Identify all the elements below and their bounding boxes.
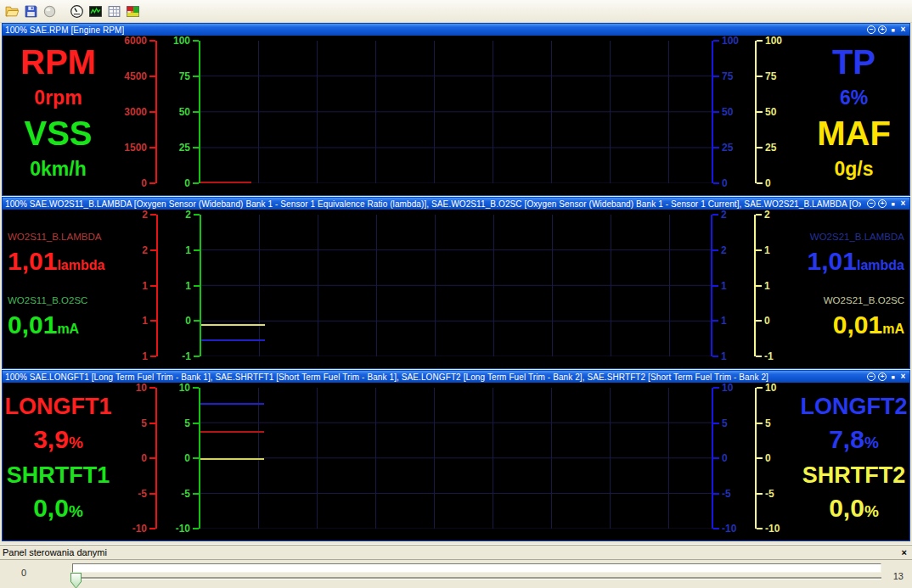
parameter-value: 1,01lambda xyxy=(8,247,104,276)
tick-mark xyxy=(149,493,155,495)
parameter-name: SHRTFT2 xyxy=(802,462,906,489)
tick-label: 1 xyxy=(142,280,148,292)
slider-thumb[interactable] xyxy=(70,573,82,588)
close-button[interactable]: × xyxy=(899,199,907,208)
tick-mark xyxy=(713,147,719,148)
value-unit: lambda xyxy=(57,258,104,272)
parameter-readout: WO2S11_B.O2SC0,01mA xyxy=(5,295,87,339)
parameter-value: 6% xyxy=(840,87,868,109)
value-unit: mA xyxy=(57,322,79,336)
save-file-icon[interactable] xyxy=(21,2,40,20)
signal-trace xyxy=(201,324,265,326)
value-number: 6 xyxy=(840,87,851,109)
data-progress-track[interactable] xyxy=(72,563,881,573)
tick-label: 2 xyxy=(142,244,148,256)
slider-groove[interactable] xyxy=(72,577,881,580)
connect-icon[interactable] xyxy=(40,2,59,20)
tick-label: 0 xyxy=(765,452,771,464)
chart-area: LONGFT13,9%SHRTFT10,0%1050-5-101050-5-10… xyxy=(3,383,909,540)
grid-view-icon[interactable] xyxy=(104,2,123,20)
zoom-out-button[interactable]: − xyxy=(867,372,875,381)
tick-label: 50 xyxy=(765,106,776,118)
tick-mark xyxy=(756,214,762,216)
close-button[interactable]: × xyxy=(899,372,907,381)
tick-mark xyxy=(150,214,156,216)
chart-window-1: 100% SAE.RPM [Engine RPM]−+■×RPM0rpmVSS0… xyxy=(2,23,910,196)
value-unit: % xyxy=(864,434,879,451)
parameter-name: RPM xyxy=(20,43,96,81)
tick-mark xyxy=(149,457,155,459)
value-axis: 1050-5-10 xyxy=(712,388,755,529)
value-axis: 1050-5-10 xyxy=(755,388,798,529)
graph-view-icon[interactable] xyxy=(86,2,104,20)
tick-mark xyxy=(149,387,155,389)
readout-column-left: RPM0rpmVSS0km/h xyxy=(3,36,114,195)
tick-mark xyxy=(713,457,719,459)
window-titlebar[interactable]: 100% SAE.WO2S11_B.LAMBDA [Oxygen Sensor … xyxy=(3,198,909,210)
plot-area[interactable] xyxy=(200,388,712,529)
gauge-view-icon[interactable] xyxy=(67,2,86,20)
plot-area[interactable] xyxy=(200,41,712,183)
parameter-value: 0rpm xyxy=(34,87,82,109)
parameter-value: 0km/h xyxy=(30,158,86,181)
parameter-name: WO2S11_B.O2SC xyxy=(8,295,87,305)
tick-label: 25 xyxy=(179,142,190,154)
readout-column-right: LONGFT27,8%SHRTFT20,0% xyxy=(798,383,909,540)
tick-mark xyxy=(194,285,200,287)
maximize-button[interactable]: ■ xyxy=(889,200,897,208)
dock-close-icon[interactable]: × xyxy=(902,547,907,557)
tick-label: -5 xyxy=(138,488,147,500)
map-view-icon[interactable] xyxy=(123,2,142,20)
tick-label: 1 xyxy=(721,315,727,327)
maximize-button[interactable]: ■ xyxy=(889,26,897,34)
tick-mark xyxy=(193,76,199,77)
value-unit: g/s xyxy=(845,158,873,180)
tick-mark xyxy=(756,356,762,357)
tick-mark xyxy=(193,147,199,148)
tick-label: 1 xyxy=(185,280,191,292)
tick-mark xyxy=(150,320,156,322)
tick-mark xyxy=(757,387,763,389)
parameter-readout: SHRTFT20,0% xyxy=(802,462,906,523)
close-button[interactable]: × xyxy=(899,25,907,34)
tick-mark xyxy=(757,111,763,113)
tick-mark xyxy=(149,76,155,77)
value-axis: 22111 xyxy=(711,215,754,356)
tick-label: 5 xyxy=(141,417,147,429)
data-position-slider-row: 0 13 xyxy=(0,560,912,588)
tick-label: 75 xyxy=(179,70,190,82)
zoom-in-button[interactable]: + xyxy=(878,372,887,381)
tick-label: 10 xyxy=(722,382,733,394)
window-controls: −+■× xyxy=(864,25,907,34)
zoom-out-button[interactable]: − xyxy=(867,199,875,208)
parameter-value: 0,0% xyxy=(33,494,83,523)
open-file-icon[interactable] xyxy=(3,2,21,20)
tick-mark xyxy=(757,528,763,529)
value-unit: % xyxy=(851,87,868,109)
tick-mark xyxy=(713,528,719,529)
signal-trace xyxy=(200,431,264,433)
maximize-button[interactable]: ■ xyxy=(889,373,897,381)
parameter-value: 0g/s xyxy=(834,158,873,181)
zoom-out-button[interactable]: − xyxy=(867,25,875,34)
tick-mark xyxy=(149,423,155,424)
tick-label: -10 xyxy=(722,523,736,535)
value-number: 7,8 xyxy=(829,425,864,453)
plot-area[interactable] xyxy=(201,215,711,356)
tick-label: 75 xyxy=(722,70,733,82)
value-axis: 60004500300015000 xyxy=(114,41,157,183)
tick-label: -1 xyxy=(182,350,191,362)
zoom-in-button[interactable]: + xyxy=(878,199,887,208)
tick-label: 1 xyxy=(721,280,727,292)
tick-label: -5 xyxy=(181,488,190,500)
parameter-name: WO2S21_B.O2SC xyxy=(824,295,904,305)
tick-mark xyxy=(193,493,199,495)
window-titlebar[interactable]: 100% SAE.RPM [Engine RPM]−+■× xyxy=(3,24,909,36)
tick-label: 25 xyxy=(722,142,733,154)
value-axis: 1007550250 xyxy=(712,41,755,183)
tick-mark xyxy=(149,528,155,529)
tick-label: -10 xyxy=(132,523,147,535)
zoom-in-button[interactable]: + xyxy=(878,25,887,34)
window-titlebar[interactable]: 100% SAE.LONGFT1 [Long Term Fuel Trim - … xyxy=(3,371,909,383)
tick-mark xyxy=(713,111,719,113)
